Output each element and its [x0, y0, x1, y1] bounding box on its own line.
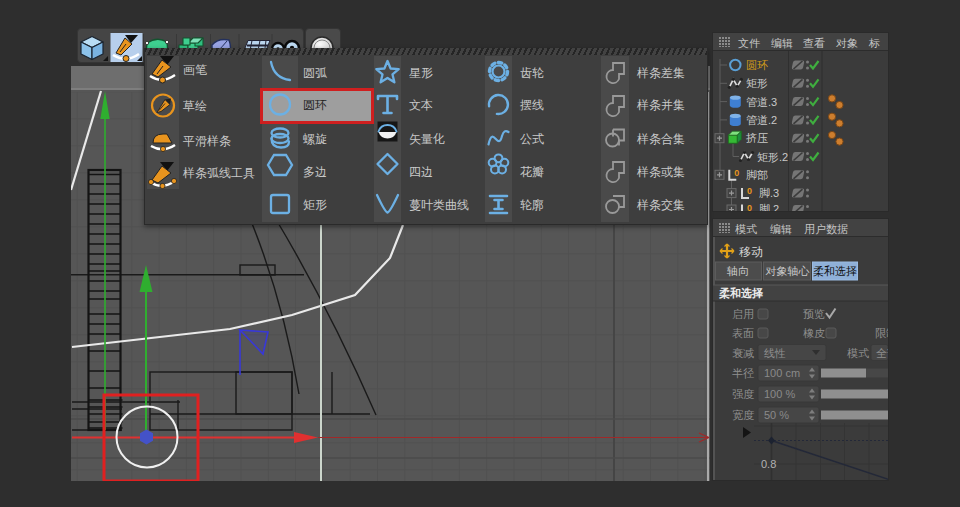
- svg-text:柔和选择: 柔和选择: [719, 287, 764, 300]
- svg-text:对象轴心: 对象轴心: [766, 265, 810, 277]
- svg-text:脚.2: 脚.2: [759, 203, 779, 211]
- svg-text:管道.2: 管道.2: [746, 114, 777, 126]
- svg-text:线性: 线性: [764, 347, 786, 359]
- svg-text:矩形.2: 矩形.2: [757, 151, 788, 163]
- svg-text:移动: 移动: [739, 245, 763, 259]
- svg-text:圆环: 圆环: [746, 59, 768, 71]
- svg-text:柔和选择: 柔和选择: [813, 265, 857, 277]
- svg-text:衰减: 衰减: [732, 347, 754, 359]
- svg-text:模式: 模式: [847, 347, 869, 359]
- svg-text:强度: 强度: [732, 388, 754, 400]
- svg-text:脚.3: 脚.3: [759, 187, 779, 199]
- svg-text:预览: 预览: [803, 308, 825, 320]
- svg-text:100 cm: 100 cm: [764, 367, 800, 379]
- svg-text:全部: 全部: [876, 347, 888, 359]
- svg-text:橡皮: 橡皮: [803, 327, 825, 339]
- svg-text:0.8: 0.8: [761, 458, 776, 470]
- svg-text:矩形: 矩形: [746, 77, 768, 89]
- svg-text:限制: 限制: [875, 327, 888, 339]
- svg-text:宽度: 宽度: [732, 409, 754, 421]
- svg-text:半径: 半径: [732, 367, 754, 379]
- svg-text:脚部: 脚部: [746, 169, 768, 181]
- svg-text:表面: 表面: [732, 327, 754, 339]
- svg-text:挤压: 挤压: [745, 132, 768, 144]
- svg-text:100 %: 100 %: [764, 388, 795, 400]
- svg-text:启用: 启用: [732, 308, 754, 320]
- svg-text:50 %: 50 %: [764, 409, 789, 421]
- svg-text:轴向: 轴向: [726, 265, 749, 277]
- svg-text:管道.3: 管道.3: [746, 96, 777, 108]
